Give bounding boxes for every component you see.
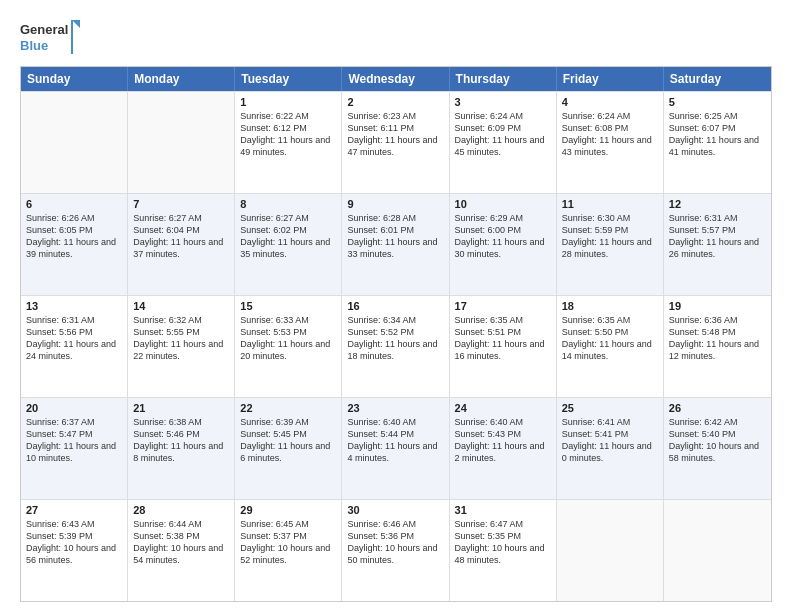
- svg-text:General: General: [20, 22, 68, 37]
- cell-info: Sunrise: 6:24 AM Sunset: 6:08 PM Dayligh…: [562, 110, 658, 159]
- day-number: 14: [133, 300, 229, 312]
- cell-info: Sunrise: 6:32 AM Sunset: 5:55 PM Dayligh…: [133, 314, 229, 363]
- svg-marker-2: [72, 20, 80, 28]
- day-cell-18: 18Sunrise: 6:35 AM Sunset: 5:50 PM Dayli…: [557, 296, 664, 397]
- day-number: 31: [455, 504, 551, 516]
- day-number: 15: [240, 300, 336, 312]
- header: General Blue: [20, 18, 772, 56]
- day-number: 2: [347, 96, 443, 108]
- day-cell-27: 27Sunrise: 6:43 AM Sunset: 5:39 PM Dayli…: [21, 500, 128, 601]
- header-day-saturday: Saturday: [664, 67, 771, 91]
- calendar-row-3: 13Sunrise: 6:31 AM Sunset: 5:56 PM Dayli…: [21, 295, 771, 397]
- cell-info: Sunrise: 6:34 AM Sunset: 5:52 PM Dayligh…: [347, 314, 443, 363]
- day-number: 25: [562, 402, 658, 414]
- day-cell-2: 2Sunrise: 6:23 AM Sunset: 6:11 PM Daylig…: [342, 92, 449, 193]
- header-day-thursday: Thursday: [450, 67, 557, 91]
- day-number: 10: [455, 198, 551, 210]
- cell-info: Sunrise: 6:37 AM Sunset: 5:47 PM Dayligh…: [26, 416, 122, 465]
- calendar-row-2: 6Sunrise: 6:26 AM Sunset: 6:05 PM Daylig…: [21, 193, 771, 295]
- day-cell-5: 5Sunrise: 6:25 AM Sunset: 6:07 PM Daylig…: [664, 92, 771, 193]
- day-cell-20: 20Sunrise: 6:37 AM Sunset: 5:47 PM Dayli…: [21, 398, 128, 499]
- day-number: 4: [562, 96, 658, 108]
- cell-info: Sunrise: 6:27 AM Sunset: 6:04 PM Dayligh…: [133, 212, 229, 261]
- day-number: 29: [240, 504, 336, 516]
- cell-info: Sunrise: 6:28 AM Sunset: 6:01 PM Dayligh…: [347, 212, 443, 261]
- calendar-body: 1Sunrise: 6:22 AM Sunset: 6:12 PM Daylig…: [21, 91, 771, 601]
- day-cell-15: 15Sunrise: 6:33 AM Sunset: 5:53 PM Dayli…: [235, 296, 342, 397]
- day-cell-26: 26Sunrise: 6:42 AM Sunset: 5:40 PM Dayli…: [664, 398, 771, 499]
- header-day-wednesday: Wednesday: [342, 67, 449, 91]
- day-number: 26: [669, 402, 766, 414]
- cell-info: Sunrise: 6:31 AM Sunset: 5:57 PM Dayligh…: [669, 212, 766, 261]
- calendar-header: SundayMondayTuesdayWednesdayThursdayFrid…: [21, 67, 771, 91]
- cell-info: Sunrise: 6:44 AM Sunset: 5:38 PM Dayligh…: [133, 518, 229, 567]
- day-cell-9: 9Sunrise: 6:28 AM Sunset: 6:01 PM Daylig…: [342, 194, 449, 295]
- empty-cell: [21, 92, 128, 193]
- day-number: 28: [133, 504, 229, 516]
- cell-info: Sunrise: 6:40 AM Sunset: 5:43 PM Dayligh…: [455, 416, 551, 465]
- cell-info: Sunrise: 6:39 AM Sunset: 5:45 PM Dayligh…: [240, 416, 336, 465]
- cell-info: Sunrise: 6:23 AM Sunset: 6:11 PM Dayligh…: [347, 110, 443, 159]
- empty-cell: [557, 500, 664, 601]
- day-number: 17: [455, 300, 551, 312]
- day-cell-22: 22Sunrise: 6:39 AM Sunset: 5:45 PM Dayli…: [235, 398, 342, 499]
- day-number: 1: [240, 96, 336, 108]
- empty-cell: [128, 92, 235, 193]
- day-cell-25: 25Sunrise: 6:41 AM Sunset: 5:41 PM Dayli…: [557, 398, 664, 499]
- calendar-row-1: 1Sunrise: 6:22 AM Sunset: 6:12 PM Daylig…: [21, 91, 771, 193]
- day-cell-29: 29Sunrise: 6:45 AM Sunset: 5:37 PM Dayli…: [235, 500, 342, 601]
- day-number: 11: [562, 198, 658, 210]
- day-number: 8: [240, 198, 336, 210]
- day-cell-7: 7Sunrise: 6:27 AM Sunset: 6:04 PM Daylig…: [128, 194, 235, 295]
- cell-info: Sunrise: 6:25 AM Sunset: 6:07 PM Dayligh…: [669, 110, 766, 159]
- logo-svg: General Blue: [20, 18, 80, 56]
- day-cell-13: 13Sunrise: 6:31 AM Sunset: 5:56 PM Dayli…: [21, 296, 128, 397]
- day-cell-31: 31Sunrise: 6:47 AM Sunset: 5:35 PM Dayli…: [450, 500, 557, 601]
- cell-info: Sunrise: 6:46 AM Sunset: 5:36 PM Dayligh…: [347, 518, 443, 567]
- header-day-monday: Monday: [128, 67, 235, 91]
- day-cell-23: 23Sunrise: 6:40 AM Sunset: 5:44 PM Dayli…: [342, 398, 449, 499]
- day-number: 24: [455, 402, 551, 414]
- day-cell-10: 10Sunrise: 6:29 AM Sunset: 6:00 PM Dayli…: [450, 194, 557, 295]
- day-cell-4: 4Sunrise: 6:24 AM Sunset: 6:08 PM Daylig…: [557, 92, 664, 193]
- day-cell-1: 1Sunrise: 6:22 AM Sunset: 6:12 PM Daylig…: [235, 92, 342, 193]
- day-cell-3: 3Sunrise: 6:24 AM Sunset: 6:09 PM Daylig…: [450, 92, 557, 193]
- cell-info: Sunrise: 6:27 AM Sunset: 6:02 PM Dayligh…: [240, 212, 336, 261]
- day-number: 7: [133, 198, 229, 210]
- day-cell-12: 12Sunrise: 6:31 AM Sunset: 5:57 PM Dayli…: [664, 194, 771, 295]
- cell-info: Sunrise: 6:29 AM Sunset: 6:00 PM Dayligh…: [455, 212, 551, 261]
- calendar-row-5: 27Sunrise: 6:43 AM Sunset: 5:39 PM Dayli…: [21, 499, 771, 601]
- day-cell-24: 24Sunrise: 6:40 AM Sunset: 5:43 PM Dayli…: [450, 398, 557, 499]
- header-day-friday: Friday: [557, 67, 664, 91]
- day-number: 20: [26, 402, 122, 414]
- cell-info: Sunrise: 6:41 AM Sunset: 5:41 PM Dayligh…: [562, 416, 658, 465]
- day-cell-28: 28Sunrise: 6:44 AM Sunset: 5:38 PM Dayli…: [128, 500, 235, 601]
- day-cell-6: 6Sunrise: 6:26 AM Sunset: 6:05 PM Daylig…: [21, 194, 128, 295]
- day-number: 5: [669, 96, 766, 108]
- page: General Blue SundayMondayTuesdayWednesda…: [0, 0, 792, 612]
- day-cell-17: 17Sunrise: 6:35 AM Sunset: 5:51 PM Dayli…: [450, 296, 557, 397]
- day-number: 12: [669, 198, 766, 210]
- cell-info: Sunrise: 6:38 AM Sunset: 5:46 PM Dayligh…: [133, 416, 229, 465]
- day-cell-21: 21Sunrise: 6:38 AM Sunset: 5:46 PM Dayli…: [128, 398, 235, 499]
- day-number: 13: [26, 300, 122, 312]
- day-number: 23: [347, 402, 443, 414]
- cell-info: Sunrise: 6:22 AM Sunset: 6:12 PM Dayligh…: [240, 110, 336, 159]
- cell-info: Sunrise: 6:40 AM Sunset: 5:44 PM Dayligh…: [347, 416, 443, 465]
- cell-info: Sunrise: 6:45 AM Sunset: 5:37 PM Dayligh…: [240, 518, 336, 567]
- day-cell-11: 11Sunrise: 6:30 AM Sunset: 5:59 PM Dayli…: [557, 194, 664, 295]
- logo: General Blue: [20, 18, 80, 56]
- day-cell-30: 30Sunrise: 6:46 AM Sunset: 5:36 PM Dayli…: [342, 500, 449, 601]
- day-number: 6: [26, 198, 122, 210]
- cell-info: Sunrise: 6:36 AM Sunset: 5:48 PM Dayligh…: [669, 314, 766, 363]
- cell-info: Sunrise: 6:31 AM Sunset: 5:56 PM Dayligh…: [26, 314, 122, 363]
- svg-text:Blue: Blue: [20, 38, 48, 53]
- day-number: 19: [669, 300, 766, 312]
- day-number: 27: [26, 504, 122, 516]
- calendar-row-4: 20Sunrise: 6:37 AM Sunset: 5:47 PM Dayli…: [21, 397, 771, 499]
- day-number: 9: [347, 198, 443, 210]
- cell-info: Sunrise: 6:24 AM Sunset: 6:09 PM Dayligh…: [455, 110, 551, 159]
- day-cell-14: 14Sunrise: 6:32 AM Sunset: 5:55 PM Dayli…: [128, 296, 235, 397]
- cell-info: Sunrise: 6:26 AM Sunset: 6:05 PM Dayligh…: [26, 212, 122, 261]
- cell-info: Sunrise: 6:43 AM Sunset: 5:39 PM Dayligh…: [26, 518, 122, 567]
